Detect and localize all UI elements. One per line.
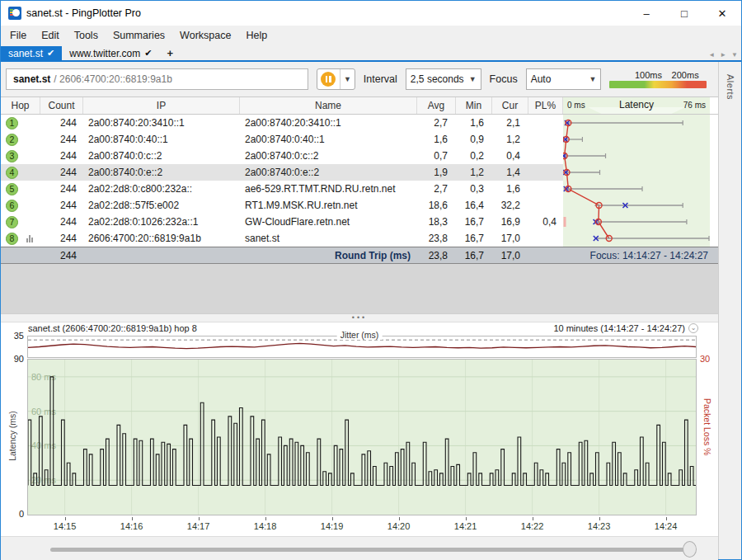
pause-button[interactable] xyxy=(317,69,340,89)
cell-packet-loss xyxy=(528,230,563,247)
cell-ip: 2a00:8740:0:40::1 xyxy=(83,131,240,148)
cell-min: 0,2 xyxy=(456,148,492,164)
time-axis: 14:1514:1614:1714:1814:1914:2014:2114:22… xyxy=(27,517,697,535)
time-tick-label: 14:18 xyxy=(254,521,277,531)
check-icon: ✔ xyxy=(47,48,54,59)
interval-select[interactable]: 2,5 seconds ▼ xyxy=(406,68,481,90)
target-tab[interactable]: www.twitter.com ✔ xyxy=(62,46,159,60)
cell-name: 2a00:8740:0:e::2 xyxy=(240,164,417,181)
menu-edit[interactable]: Edit xyxy=(34,26,67,46)
focus-range-text: Focus: 14:14:27 - 14:24:27 xyxy=(528,247,718,263)
summary-cur: 17,0 xyxy=(492,247,528,263)
menu-summaries[interactable]: Summaries xyxy=(106,26,172,46)
cell-name: sanet.st xyxy=(240,230,417,247)
cell-packet-loss xyxy=(528,181,563,197)
gridline-label: 20 ms xyxy=(31,475,56,485)
legend-gradient-bar xyxy=(609,81,707,88)
latency-axis-max: 90 xyxy=(9,354,24,364)
cell-count: 244 xyxy=(40,197,83,214)
latency-step-chart: 20 ms40 ms60 ms80 ms xyxy=(28,360,696,515)
focus-select[interactable]: Auto ▼ xyxy=(526,68,602,90)
cell-packet-loss xyxy=(528,148,563,164)
jitter-axis-max: 35 xyxy=(9,331,24,341)
header-avg[interactable]: Avg xyxy=(417,97,456,114)
timeline-range-text: 10 minutes (14:14:27 - 14:24:27) xyxy=(553,323,685,333)
pause-dropdown-icon[interactable]: ▼ xyxy=(340,75,355,83)
alerts-tab[interactable]: Alerts xyxy=(723,70,738,104)
time-tick xyxy=(265,517,266,520)
menu-file[interactable]: File xyxy=(2,26,34,46)
cell-avg: 18,6 xyxy=(417,197,456,214)
cell-ip: 2a00:8740:0:c::2 xyxy=(83,148,240,164)
time-tick-label: 14:23 xyxy=(588,521,611,531)
cell-name: ae6-529.RT.TMT.RND.RU.retn.net xyxy=(240,181,417,197)
cell-avg: 2,7 xyxy=(417,115,456,131)
focus-area-background xyxy=(1,264,718,313)
close-button[interactable]: ✕ xyxy=(703,1,741,26)
jitter-plot-title: Jitter (ms) xyxy=(337,330,383,340)
tab-prev-icon[interactable]: ◄ xyxy=(708,51,715,59)
cell-count: 244 xyxy=(40,181,83,197)
cell-packet-loss xyxy=(528,131,563,148)
chevron-down-icon: ▼ xyxy=(589,75,596,83)
cell-hop: 6 xyxy=(1,197,40,214)
time-tick xyxy=(466,517,467,520)
legend-100ms-label: 100ms xyxy=(635,70,662,80)
header-name[interactable]: Name xyxy=(240,97,417,114)
chevron-down-icon: ⌄ xyxy=(688,323,698,333)
minimize-button[interactable]: – xyxy=(627,1,665,26)
pause-split-button[interactable]: ▼ xyxy=(317,68,355,90)
header-count[interactable]: Count xyxy=(40,97,83,114)
hop-number-badge: 8 xyxy=(6,233,18,245)
hop-number-badge: 1 xyxy=(6,117,18,129)
latency-scale-min: 0 ms xyxy=(567,101,585,110)
focus-value: Auto xyxy=(531,73,552,85)
cell-ip: 2a02:2d8:0:c800:232a:: xyxy=(83,181,240,197)
pane-splitter[interactable]: ••• xyxy=(1,313,718,322)
header-min[interactable]: Min xyxy=(456,97,492,114)
cell-avg: 2,7 xyxy=(417,181,456,197)
latency-scale-max: 76 ms xyxy=(683,101,706,110)
header-cur[interactable]: Cur xyxy=(492,97,528,114)
menu-help[interactable]: Help xyxy=(238,26,275,46)
header-ip[interactable]: IP xyxy=(83,97,240,114)
cell-name: 2a00:8740:0:c::2 xyxy=(240,148,417,164)
cell-cur: 17,0 xyxy=(492,230,528,247)
side-panel-strip: Alerts xyxy=(718,62,741,559)
new-tab-button[interactable]: + xyxy=(159,46,181,60)
target-address-box[interactable]: sanet.st / 2606:4700:20::6819:9a1b xyxy=(6,68,308,90)
cell-cur: 1,6 xyxy=(492,181,528,197)
time-tick xyxy=(399,517,400,520)
time-tick-label: 14:21 xyxy=(454,521,477,531)
latency-timeline-plot[interactable]: 20 ms40 ms60 ms80 ms xyxy=(27,359,697,515)
tab-next-icon[interactable]: ► xyxy=(720,51,726,59)
scrollbar-thumb[interactable] xyxy=(683,541,697,558)
tab-label: sanet.st xyxy=(8,48,43,59)
cell-count: 244 xyxy=(40,214,83,230)
target-ip: / 2606:4700:20::6819:9a1b xyxy=(54,73,171,85)
target-tab[interactable]: sanet.st ✔ xyxy=(1,46,62,60)
time-tick xyxy=(332,517,333,520)
maximize-button[interactable]: □ xyxy=(665,1,703,26)
tab-menu-icon[interactable]: ▼ xyxy=(731,51,738,59)
timeline-range-select[interactable]: 10 minutes (14:14:27 - 14:24:27) ⌄ xyxy=(553,323,698,333)
timeline-scroll-area xyxy=(1,536,718,560)
latency-axis-label: Latency (ms) xyxy=(7,403,18,469)
focus-label: Focus xyxy=(490,73,518,85)
hop-number-badge: 3 xyxy=(6,150,18,162)
time-tick xyxy=(599,517,600,520)
cell-avg: 1,9 xyxy=(417,164,456,181)
header-pl[interactable]: PL% xyxy=(528,97,563,114)
cell-cur: 32,2 xyxy=(492,197,528,214)
cell-min: 0,3 xyxy=(456,181,492,197)
header-hop[interactable]: Hop xyxy=(1,97,40,114)
menu-tools[interactable]: Tools xyxy=(67,26,106,46)
menu-workspace[interactable]: Workspace xyxy=(172,26,238,46)
cell-avg: 18,3 xyxy=(417,214,456,230)
cell-name: RT1.M9.MSK.RU.retn.net xyxy=(240,197,417,214)
timeline-title: sanet.st (2606:4700:20::6819:9a1b) hop 8 xyxy=(28,323,197,333)
cell-cur: 1,2 xyxy=(492,131,528,148)
table-header-row: Hop Count IP Name Avg Min Cur PL% 0 ms L… xyxy=(1,96,718,115)
cell-hop: 4 xyxy=(1,164,40,181)
scrollbar-track[interactable] xyxy=(50,548,693,552)
